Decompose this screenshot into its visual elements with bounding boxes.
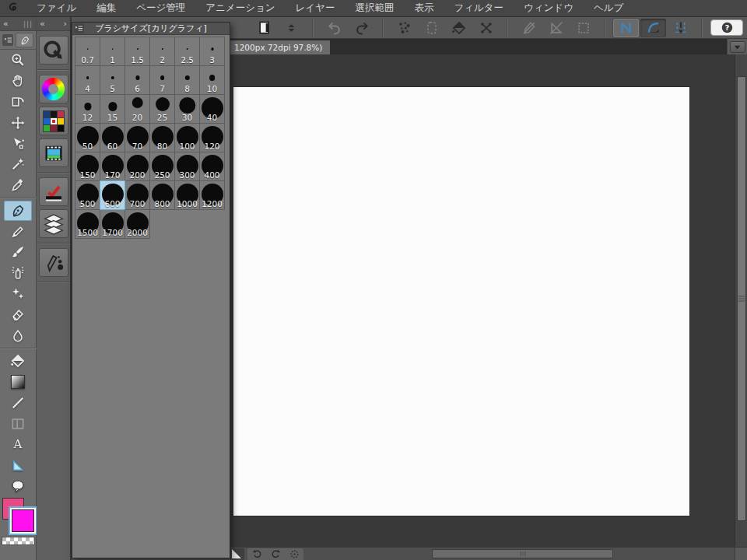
redo-button[interactable] <box>349 19 374 37</box>
brush-size-1500[interactable]: 1500 <box>75 209 100 239</box>
brush-size-150[interactable]: 150 <box>75 152 100 181</box>
menu-selection[interactable]: 選択範囲 <box>345 0 404 17</box>
brush-size-40[interactable]: 40 <box>199 94 225 124</box>
brush-size-12[interactable]: 12 <box>75 94 100 124</box>
brush-size-15[interactable]: 15 <box>100 94 125 124</box>
correction-off-button[interactable] <box>516 19 542 37</box>
tool-airbrush[interactable] <box>4 263 32 283</box>
expand-right-icon[interactable]: › <box>64 19 67 29</box>
fill-button[interactable] <box>446 19 472 37</box>
menu-animation[interactable]: アニメーション <box>195 0 285 17</box>
brush-size-25[interactable]: 25 <box>149 94 175 124</box>
open-layer-property-button[interactable] <box>39 177 68 206</box>
ruler-snap-off-button[interactable] <box>543 19 569 37</box>
open-color-wheel-button[interactable] <box>39 75 68 103</box>
menu-page-management[interactable]: ページ管理 <box>126 0 195 17</box>
brush-size-80[interactable]: 80 <box>149 123 175 152</box>
brush-size-170[interactable]: 170 <box>100 152 125 181</box>
brush-size-70[interactable]: 70 <box>124 123 150 152</box>
tool-decoration[interactable] <box>4 284 32 304</box>
tool-hand[interactable] <box>4 71 32 91</box>
canvas-page[interactable] <box>233 87 689 516</box>
reset-rotation-button[interactable] <box>289 549 300 559</box>
tool-pencil[interactable] <box>4 222 32 242</box>
brush-size-1000[interactable]: 1000 <box>174 180 200 210</box>
brush-size-2[interactable]: 2 <box>149 37 175 66</box>
brush-size-60[interactable]: 60 <box>100 123 125 152</box>
toolbox-tab-icon[interactable] <box>16 33 33 47</box>
undo-button[interactable] <box>321 19 347 37</box>
open-color-set-button[interactable] <box>39 107 68 135</box>
tool-blend[interactable] <box>4 326 32 346</box>
document-tab[interactable]: 1200px 72dpi 97.8%) <box>230 40 330 54</box>
collapse-left-icon[interactable]: « <box>40 19 45 29</box>
vertical-scrollbar-thumb[interactable] <box>737 76 746 521</box>
canvas-paper-button[interactable] <box>251 19 277 37</box>
tool-fill[interactable] <box>4 351 32 371</box>
brush-size-0-7[interactable]: 0.7 <box>75 37 100 66</box>
open-timeline-button[interactable] <box>39 138 68 167</box>
vertical-scrollbar[interactable] <box>735 54 747 547</box>
open-brush-size-button[interactable] <box>39 248 68 277</box>
snap-to-guide-button[interactable] <box>668 19 693 37</box>
open-navigator-button[interactable] <box>39 36 68 65</box>
transform-button[interactable] <box>473 19 499 37</box>
brush-size-400[interactable]: 400 <box>199 152 225 181</box>
brush-size-6[interactable]: 6 <box>124 65 150 95</box>
rotate-right-button[interactable] <box>271 549 281 559</box>
snap-to-special-ruler-button[interactable] <box>640 19 666 37</box>
brush-size-3[interactable]: 3 <box>199 37 225 66</box>
horizontal-scrollbar-thumb[interactable] <box>432 549 613 558</box>
brush-size-50[interactable]: 50 <box>75 123 100 152</box>
panel-menu-icon[interactable] <box>74 23 84 33</box>
transparent-color-swatch[interactable] <box>2 537 35 545</box>
brush-size-1700[interactable]: 1700 <box>100 209 125 239</box>
canvas-size-spinner-button[interactable] <box>279 19 304 37</box>
brush-size-500[interactable]: 500 <box>75 180 100 210</box>
tool-zoom[interactable] <box>4 50 32 70</box>
brush-size-panel-header[interactable]: ブラシサイズ[カリグラフィ] <box>72 23 230 35</box>
brush-size-120[interactable]: 120 <box>199 123 225 152</box>
tool-text[interactable]: A <box>4 434 32 454</box>
tool-pen[interactable] <box>4 201 32 221</box>
brush-size-1[interactable]: 1 <box>100 37 125 66</box>
brush-size-5[interactable]: 5 <box>100 65 125 95</box>
tool-page-flip[interactable] <box>4 92 32 112</box>
brush-size-100[interactable]: 100 <box>174 123 200 152</box>
brush-size-1200[interactable]: 1200 <box>199 180 225 210</box>
scatter-select-button[interactable] <box>391 19 417 37</box>
tool-figure[interactable] <box>4 393 32 413</box>
snap-to-ruler-button[interactable] <box>613 19 639 37</box>
menu-layer[interactable]: レイヤー <box>286 0 345 17</box>
brush-size-700[interactable]: 700 <box>124 180 150 210</box>
brush-size-20[interactable]: 20 <box>124 94 150 124</box>
menu-edit[interactable]: 編集 <box>86 0 126 17</box>
brush-size-10[interactable]: 10 <box>199 65 225 95</box>
brush-size-2-5[interactable]: 2.5 <box>174 37 200 66</box>
tool-balloon[interactable] <box>4 476 32 496</box>
menu-help[interactable]: ヘルプ <box>584 0 633 17</box>
collapse-left-icon[interactable]: « <box>3 19 9 29</box>
open-layers-button[interactable] <box>39 209 68 238</box>
tool-frame-border[interactable] <box>4 414 32 434</box>
help-button[interactable]: ? <box>710 19 743 36</box>
tool-brush[interactable] <box>4 242 32 262</box>
tool-eyedropper[interactable] <box>4 175 32 195</box>
brush-size-300[interactable]: 300 <box>174 152 200 181</box>
menu-file[interactable]: ファイル <box>26 0 86 17</box>
panel-menu-icon[interactable] <box>2 34 13 46</box>
tab-list-dropdown-button[interactable] <box>730 41 745 53</box>
drag-grip-icon[interactable]: ||| <box>23 20 33 28</box>
brush-size-7[interactable]: 7 <box>149 65 175 95</box>
rotate-left-button[interactable] <box>252 549 262 559</box>
menu-view[interactable]: 表示 <box>404 0 444 17</box>
menu-window[interactable]: ウィンドウ <box>514 0 584 17</box>
brush-size-1-5[interactable]: 1.5 <box>124 37 150 66</box>
brush-size-250[interactable]: 250 <box>149 152 175 181</box>
tool-auto-select[interactable] <box>4 154 32 174</box>
brush-size-30[interactable]: 30 <box>174 94 200 124</box>
tool-ruler[interactable] <box>4 455 32 475</box>
tool-gradient[interactable] <box>4 372 32 392</box>
brush-size-600[interactable]: 600 <box>100 180 125 210</box>
grid-snap-off-button[interactable] <box>570 19 596 37</box>
